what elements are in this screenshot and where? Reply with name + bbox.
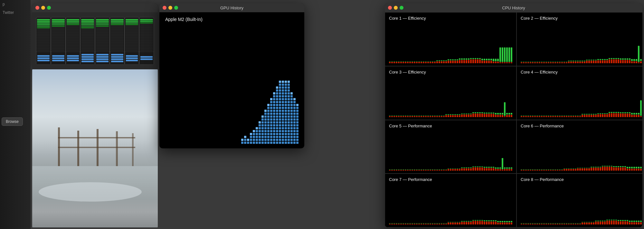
traffic-lights	[35, 6, 51, 10]
close-button[interactable]	[35, 6, 39, 10]
core-5-label: Core 5 — Performance	[389, 124, 512, 128]
gpu-chart-area: // Generate GPU dot pattern - tall blue …	[165, 25, 298, 144]
meter-bars-4	[80, 17, 95, 52]
cpu-meter-7	[125, 17, 139, 65]
browse-button[interactable]: Browse	[2, 117, 23, 126]
svg-rect-6	[58, 137, 135, 138]
core-8-chart: (function() { const c = document.current…	[521, 184, 642, 224]
core-4-panel: Core 4 — Efficiency (function() { const …	[516, 66, 642, 120]
core-1-panel: Core 1 — Efficiency (function() { const …	[385, 12, 516, 66]
background-image	[32, 69, 158, 227]
cpu-meter-3	[66, 17, 80, 65]
svg-point-8	[39, 182, 142, 202]
meter-bottom-6	[110, 52, 124, 65]
svg-rect-4	[116, 131, 118, 166]
core-3-chart: (function() { const c = document.current…	[389, 76, 512, 117]
meter-bars-6	[110, 17, 124, 52]
core-8-label: Core 8 — Performance	[521, 177, 642, 182]
meter-bars-8	[139, 17, 154, 52]
core-2-panel: Core 2 — Efficiency (function() { const …	[516, 12, 642, 66]
svg-rect-2	[77, 131, 79, 166]
cpu-history-grid: Core 1 — Efficiency (function() { const …	[385, 12, 642, 227]
meter-bottom-1	[36, 52, 51, 65]
cpu-meter-2	[51, 17, 66, 65]
cpu-meters-window	[32, 3, 158, 69]
cpu-minimize-button[interactable]	[394, 6, 398, 10]
core-2-chart: (function() { const c = document.current…	[521, 23, 642, 63]
meter-bottom-2	[51, 52, 65, 65]
minimize-button[interactable]	[41, 6, 45, 10]
gpu-minimize-button[interactable]	[168, 6, 172, 10]
cpu-meter-1	[36, 17, 51, 65]
sidebar-item-twitter: Twitter	[0, 8, 31, 17]
core-4-label: Core 4 — Efficiency	[521, 70, 642, 75]
meter-bottom-7	[125, 52, 139, 65]
core-6-label: Core 6 — Performance	[521, 124, 642, 128]
core-6-panel: Core 6 — Performance (function() { const…	[516, 120, 642, 174]
cpu-meter-5	[95, 17, 110, 65]
meter-bottom-3	[66, 52, 80, 65]
core-6-chart: (function() { const c = document.current…	[521, 130, 642, 171]
cpu-traffic-lights	[388, 6, 403, 10]
meter-bars-2	[51, 17, 65, 52]
meter-bottom-4	[80, 52, 95, 65]
core-7-panel: Core 7 — Performance (function() { const…	[385, 174, 516, 227]
cpu-meters-title-bar	[32, 3, 158, 12]
gpu-fullscreen-button[interactable]	[174, 6, 178, 10]
gpu-title-bar: GPU History	[159, 3, 304, 12]
cpu-meter-4	[80, 17, 95, 65]
core-5-chart: (function() { const c = document.current…	[389, 130, 512, 171]
meter-bars-1	[36, 17, 51, 52]
gpu-close-button[interactable]	[163, 6, 166, 10]
meter-bars-5	[95, 17, 109, 52]
gpu-device-label: Apple M2 (Built-In)	[165, 17, 298, 22]
cpu-meter-6	[110, 17, 125, 65]
cpu-history-window-title: CPU History	[502, 5, 525, 10]
core-1-chart: (function() { const c = document.current…	[389, 23, 512, 63]
core-3-label: Core 3 — Efficiency	[389, 70, 512, 75]
meters-content	[32, 12, 158, 69]
gpu-history-window: GPU History Apple M2 (Built-In) // Gener…	[159, 3, 304, 148]
gpu-dots: // Generate GPU dot pattern - tall blue …	[206, 81, 298, 144]
gpu-traffic-lights	[163, 6, 178, 10]
cpu-meter-8	[139, 17, 154, 65]
meter-bars-3	[66, 17, 80, 52]
meter-bottom-5	[95, 52, 109, 65]
left-sidebar: p Twitter Browse	[0, 0, 31, 229]
sidebar-item-p: p	[0, 0, 31, 8]
core-4-chart: (function() { const c = document.current…	[521, 76, 642, 117]
core-3-panel: Core 3 — Efficiency (function() { const …	[385, 66, 516, 120]
gpu-content: Apple M2 (Built-In) // Generate GPU dot …	[159, 12, 304, 148]
fullscreen-button[interactable]	[47, 6, 51, 10]
cpu-fullscreen-button[interactable]	[400, 6, 403, 10]
meter-bars-7	[125, 17, 139, 52]
cpu-title-bar: CPU History	[385, 3, 642, 12]
meter-bottom-8	[139, 52, 154, 65]
svg-rect-7	[58, 147, 135, 148]
core-5-panel: Core 5 — Performance (function() { const…	[385, 120, 516, 174]
cpu-history-window: CPU History Core 1 — Efficiency (functio…	[385, 3, 642, 227]
core-7-chart: (function() { const c = document.current…	[389, 184, 512, 224]
cpu-close-button[interactable]	[388, 6, 392, 10]
core-1-label: Core 1 — Efficiency	[389, 16, 512, 21]
core-2-label: Core 2 — Efficiency	[521, 16, 642, 21]
core-8-panel: Core 8 — Performance (function() { const…	[516, 174, 642, 227]
core-7-label: Core 7 — Performance	[389, 177, 512, 182]
gpu-window-title: GPU History	[220, 5, 243, 10]
